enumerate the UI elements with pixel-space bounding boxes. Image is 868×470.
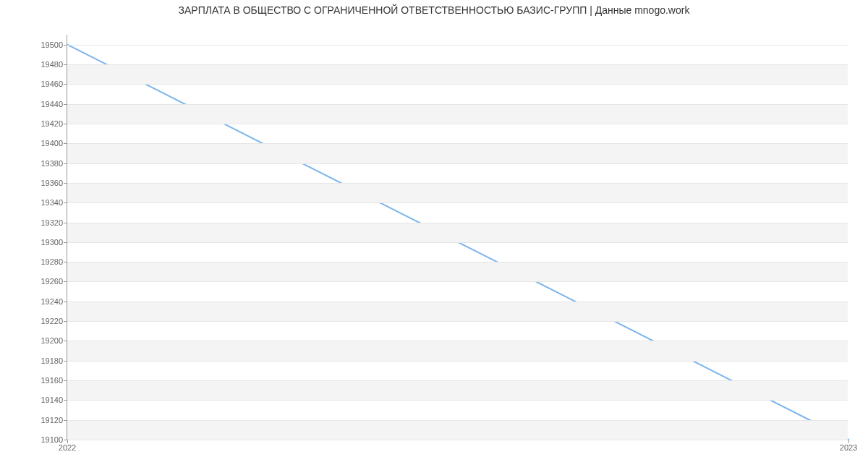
y-gridline — [67, 183, 848, 184]
y-tick-mark — [64, 64, 67, 65]
y-tick-mark — [64, 321, 67, 322]
y-gridline — [67, 321, 848, 322]
y-tick-mark — [64, 202, 67, 203]
y-gridline — [67, 420, 848, 421]
y-gridline — [67, 223, 848, 223]
y-gridline — [67, 84, 848, 85]
y-gridline — [67, 163, 848, 164]
grid-band — [67, 302, 848, 321]
grid-band — [67, 183, 848, 202]
y-tick-mark — [64, 84, 67, 85]
y-gridline — [67, 341, 848, 341]
grid-band — [67, 143, 848, 163]
plot-area: 1910019120191401916019180192001922019240… — [67, 35, 848, 440]
y-gridline — [67, 45, 848, 46]
y-tick-mark — [64, 262, 67, 262]
y-gridline — [67, 400, 848, 401]
y-gridline — [67, 361, 848, 362]
y-gridline — [67, 124, 848, 124]
y-tick-mark — [64, 281, 67, 282]
grid-band — [67, 64, 848, 84]
x-tick-mark — [848, 440, 849, 443]
y-gridline — [67, 281, 848, 282]
y-tick-mark — [64, 223, 67, 223]
grid-band — [67, 223, 848, 242]
y-tick-mark — [64, 400, 67, 401]
grid-band — [67, 380, 848, 400]
y-gridline — [67, 104, 848, 105]
y-tick-mark — [64, 124, 67, 124]
y-tick-mark — [64, 143, 67, 144]
y-tick-mark — [64, 341, 67, 341]
y-tick-mark — [64, 302, 67, 302]
y-gridline — [67, 262, 848, 262]
y-gridline — [67, 440, 848, 440]
y-tick-mark — [64, 380, 67, 381]
chart-title: ЗАРПЛАТА В ОБЩЕСТВО С ОГРАНИЧЕННОЙ ОТВЕТ… — [0, 4, 868, 16]
y-tick-mark — [64, 163, 67, 164]
y-tick-mark — [64, 45, 67, 46]
y-gridline — [67, 202, 848, 203]
x-tick-mark — [67, 440, 68, 443]
y-gridline — [67, 143, 848, 144]
y-gridline — [67, 242, 848, 243]
y-tick-mark — [64, 183, 67, 184]
grid-band — [67, 420, 848, 440]
salary-chart: ЗАРПЛАТА В ОБЩЕСТВО С ОГРАНИЧЕННОЙ ОТВЕТ… — [0, 0, 868, 470]
grid-band — [67, 104, 848, 124]
y-tick-mark — [64, 242, 67, 243]
y-gridline — [67, 380, 848, 381]
grid-band — [67, 262, 848, 281]
grid-band — [67, 341, 848, 360]
y-gridline — [67, 302, 848, 302]
y-tick-mark — [64, 104, 67, 105]
y-tick-mark — [64, 420, 67, 421]
y-tick-mark — [64, 361, 67, 362]
y-gridline — [67, 64, 848, 65]
